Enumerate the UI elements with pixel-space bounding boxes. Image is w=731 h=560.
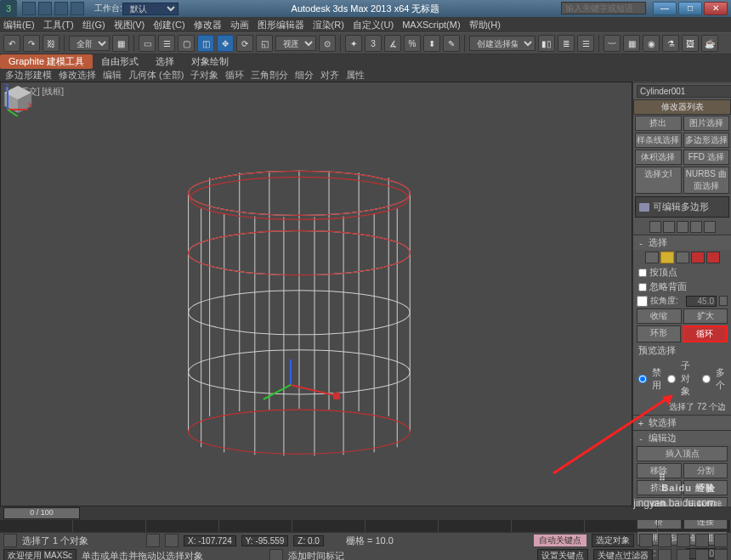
help-search-input[interactable] [561,2,646,14]
modifier-stack[interactable]: 可编辑多边形 [635,196,729,218]
close-button[interactable]: ✕ [704,2,728,15]
btn-insert-vertex[interactable]: 插入顶点 [637,446,728,461]
menu-tools[interactable]: 工具(T) [43,19,74,31]
btn-grow[interactable]: 扩大 [683,308,728,324]
config-icon[interactable] [704,221,716,233]
qa-open-icon[interactable] [38,2,52,15]
coord-z-field[interactable]: Z: 0.0 [293,535,324,546]
move-icon[interactable]: ✥ [217,35,234,52]
rpanel-poly[interactable]: 多边形建模 [5,69,52,82]
modifier-list-dropdown[interactable]: 修改器列表 [633,99,731,115]
radio-preview-off[interactable] [638,375,647,383]
layer-icon[interactable]: ☰ [577,35,594,52]
so-border-icon[interactable] [676,252,689,263]
stack-toggle-icon[interactable] [639,203,649,212]
ribbon-tab-freeform[interactable]: 自由形式 [93,54,147,69]
remove-mod-icon[interactable] [690,221,702,233]
rect-select-icon[interactable]: ▢ [178,35,195,52]
menu-edit[interactable]: 编辑(E) [3,19,35,31]
undo-icon[interactable]: ↶ [3,35,20,52]
rpanel-edit[interactable]: 编辑 [103,69,122,82]
align-icon[interactable]: ≣ [558,35,575,52]
menu-anim[interactable]: 动画 [230,19,249,31]
ribbon-tab-select[interactable]: 选择 [147,54,183,69]
rpanel-geom[interactable]: 几何体 (全部) [128,69,184,82]
nav-pan-icon[interactable] [658,549,672,560]
time-slider[interactable]: 0 / 100 [0,506,731,520]
chk-byangle[interactable] [637,296,648,307]
pin-stack-icon[interactable] [649,221,661,233]
rpanel-loop[interactable]: 循环 [225,69,244,82]
btn-ffdsel[interactable]: FFD 选择 [683,150,730,165]
ribbon-tab-graphite[interactable]: Graphite 建模工具 [0,54,93,69]
btn-extrude[interactable]: 挤出 [635,116,682,131]
ribbon-tab-paint[interactable]: 对象绘制 [183,54,237,69]
render-icon[interactable]: ☕ [701,35,718,52]
rpanel-subobj[interactable]: 子对象 [190,69,218,82]
angle-value-field[interactable] [686,296,717,307]
workspace-select[interactable]: 默认 [122,3,178,15]
edit-named-sel-icon[interactable]: ✎ [443,35,460,52]
menu-create[interactable]: 创建(C) [153,19,184,31]
so-poly-icon[interactable] [691,252,705,263]
btn-extrude2[interactable]: 挤出 [637,480,682,495]
btn-split[interactable]: 分割 [683,463,728,478]
app-logo[interactable]: 3 [0,0,17,17]
btn-remove[interactable]: 移除 [637,463,682,478]
qa-redo-icon[interactable] [71,2,84,15]
btn-meshselect[interactable]: 图片选择 [683,116,730,131]
menu-maxscript[interactable]: MAXScript(M) [402,20,460,30]
rpanel-modsel[interactable]: 修改选择 [59,69,96,82]
btn-splinesel[interactable]: 样条线选择 [635,133,682,148]
next-frame-icon[interactable] [695,534,709,547]
pivot-icon[interactable]: ⊙ [319,35,336,52]
rollout-softsel[interactable]: +软选择 [633,415,731,430]
object-name-field[interactable] [637,85,731,98]
named-selset-select[interactable]: 创建选择集 [469,36,536,51]
scale-icon[interactable]: ◱ [256,35,273,52]
coord-x-field[interactable]: X: -107.724 [184,535,236,546]
angle-snap-icon[interactable]: ∡ [384,35,401,52]
time-slider-thumb[interactable]: 0 / 100 [3,507,80,519]
percent-snap-icon[interactable]: % [404,35,421,52]
mirror-icon[interactable]: ▮▯ [538,35,555,52]
redo-icon[interactable]: ↷ [23,35,40,52]
keymode-select[interactable]: 选定对象 [592,534,634,547]
angle-spinner[interactable] [719,296,728,306]
play-icon[interactable] [677,534,690,547]
show-end-icon[interactable] [663,221,675,233]
window-crossing-icon[interactable]: ◫ [197,35,214,52]
spinner-snap-icon[interactable]: ⬍ [423,35,440,52]
select-name-icon[interactable]: ☰ [158,35,175,52]
rollout-selection[interactable]: -选择 [633,235,731,250]
btn-loop[interactable]: 循环 [683,325,728,342]
goto-end-icon[interactable] [714,534,728,547]
curve-editor-icon[interactable]: 〰 [604,35,620,52]
goto-start-icon[interactable] [639,534,653,547]
so-vertex-icon[interactable] [645,252,659,263]
rollout-editedge[interactable]: -编辑边 [633,430,731,445]
btn-nurbssel[interactable]: NURBS 曲面选择 [683,167,730,194]
coord-y-field[interactable]: Y: -95.559 [241,535,289,546]
ref-coord-select[interactable]: 视图 [275,36,316,51]
stack-item-editpoly[interactable]: 可编辑多边形 [639,201,725,213]
manip-icon[interactable]: ✦ [345,35,362,52]
filter-icon[interactable]: ▦ [112,35,129,52]
radio-preview-sub[interactable] [667,375,676,383]
menu-modifier[interactable]: 修改器 [194,19,222,31]
menu-graph[interactable]: 图形编辑器 [258,19,304,31]
link-icon[interactable]: ⛓ [42,35,60,52]
btn-volsel[interactable]: 体积选择 [635,150,682,165]
so-edge-icon[interactable] [660,252,674,263]
so-element-icon[interactable] [706,252,720,263]
rpanel-align[interactable]: 对齐 [320,69,339,82]
menu-group[interactable]: 组(G) [82,19,105,31]
prev-frame-icon[interactable] [658,534,672,547]
btn-selopt[interactable]: 选择文I [635,167,682,194]
schematic-icon[interactable]: ▦ [623,35,640,52]
material-icon[interactable]: ◉ [643,35,660,52]
keyfilter-button[interactable]: 关键点过滤器 [593,549,653,560]
nav-orbit-icon[interactable] [695,549,709,560]
radio-preview-multi[interactable] [702,375,711,383]
rpanel-tri[interactable]: 三角剖分 [251,69,288,82]
